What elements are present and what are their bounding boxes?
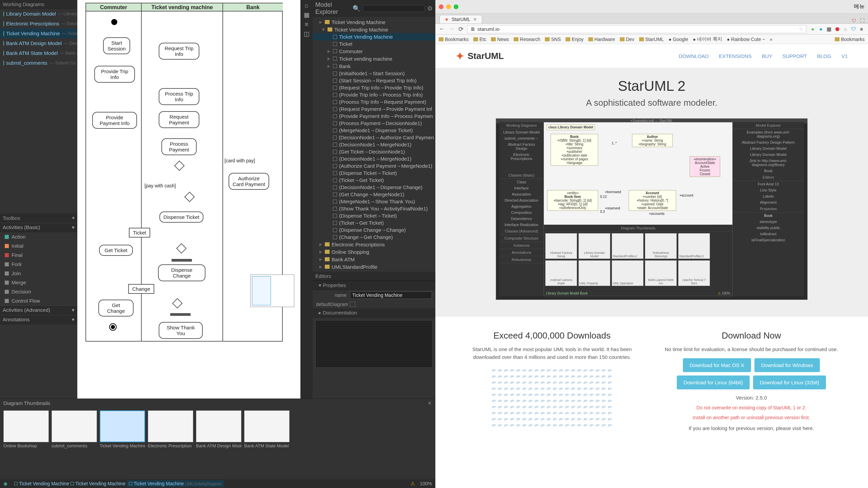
working-diagram-item[interactable]: submit_comments — Submit Co [0, 58, 77, 68]
tree-item[interactable]: (Dispense Ticket→Ticket) [313, 212, 435, 219]
tree-item[interactable]: (MergeNode1→Show Thank You) [313, 198, 435, 205]
tree-item[interactable]: ▸Ticket vending machine [313, 55, 435, 62]
model-tree[interactable]: ▸Ticket Vending Machine▾Ticket Vending M… [313, 17, 435, 272]
model-search-input[interactable] [363, 5, 425, 12]
nav-link[interactable]: BLOG [817, 53, 831, 59]
tree-item[interactable]: (InitialNode1→Start Session) [313, 70, 435, 77]
gear-icon[interactable]: ⚙ [427, 5, 433, 12]
tree-item[interactable]: (DecisionNode1→Dispense Change) [313, 184, 435, 191]
tree-item[interactable]: (Request Trip Info→Provide Trip Info) [313, 84, 435, 91]
reload-button[interactable]: ⟳ [458, 25, 464, 33]
tree-item[interactable]: Ticket [313, 40, 435, 47]
status-tab[interactable]: Ticket Vending Machine UMLActivityDiagra… [127, 480, 224, 487]
working-diagram-item[interactable]: Bank ATM Design Model — Design I [0, 38, 77, 48]
bookmark-item[interactable]: Bookmarks [439, 37, 469, 42]
menu-button[interactable]: 메뉴 [854, 3, 865, 10]
warning-icon[interactable]: ⚠ [411, 481, 415, 486]
documentation-header[interactable]: ▸ Documentation [313, 308, 435, 318]
node-provide-payment[interactable]: Provide Payment Info [92, 112, 137, 129]
toolbox-item[interactable]: Action [0, 232, 77, 241]
fork-bar[interactable] [172, 259, 192, 262]
tree-item[interactable]: (Ticket→Get Ticket) [313, 177, 435, 184]
tree-item[interactable]: (Request Payment→Provide Payment Inf [313, 105, 435, 113]
ext-icon-5[interactable]: ⌂ [842, 26, 848, 32]
tree-item[interactable]: ▸Bank [313, 62, 435, 70]
final-node[interactable] [109, 323, 117, 331]
initial-node[interactable] [111, 19, 117, 25]
tree-item[interactable]: (Dispense Change→Change) [313, 226, 435, 233]
nav-link[interactable]: V1 [842, 53, 848, 59]
tree-item[interactable]: (Start Session→Request Trip Info) [313, 77, 435, 84]
tree-item[interactable]: ▸Bank ATM [313, 256, 435, 263]
tree-item[interactable]: ▸Online Shopping [313, 248, 435, 256]
thumbnail-item[interactable]: Online Bookshop [3, 410, 49, 448]
toolbox-section-header[interactable]: Activities (Advanced)▾ [0, 305, 77, 315]
cursor-icon[interactable]: ⌖ [72, 215, 75, 221]
fullscreen-icon[interactable]: ⛶ [860, 18, 865, 23]
tree-item[interactable]: (Process Payment→DecisionNode1) [313, 120, 435, 127]
ext-icon-2[interactable]: ● [818, 26, 824, 32]
properties-header[interactable]: ▾ Properties [313, 281, 435, 290]
nav-link[interactable]: BUY [762, 53, 772, 59]
bookmark-item[interactable]: News [491, 37, 509, 42]
minimize-window-button[interactable] [446, 4, 451, 9]
toolbox-section-header[interactable]: Annotations▾ [0, 315, 77, 324]
search-icon[interactable]: 🔍 [353, 5, 360, 12]
toolbox-item[interactable]: Decision [0, 287, 77, 296]
tree-item[interactable]: ▸Commuter [313, 47, 435, 55]
node-dispense-ticket[interactable]: Dispense Ticket [159, 211, 203, 223]
thumbnail-item[interactable]: Electronic Prescription [148, 410, 193, 448]
minimap[interactable] [250, 274, 294, 307]
nav-link[interactable]: EXTENSIONS [719, 53, 752, 59]
node-start-session[interactable]: Start Session [103, 37, 130, 54]
obj-change[interactable]: Change [128, 284, 154, 294]
tree-item[interactable]: (DecisionNode1→Authorize Card Paymen [313, 134, 435, 141]
node-get-change[interactable]: Get Change [98, 300, 134, 317]
working-diagram-item[interactable]: Electronic Prescriptions — Electroni [0, 19, 77, 28]
node-get-ticket[interactable]: Get Ticket [99, 245, 133, 256]
diagram-canvas[interactable]: Commuter Ticket vending machine Bank Sta… [77, 0, 300, 399]
node-process-payment[interactable]: Process Payment [161, 138, 197, 155]
bookmark-item[interactable]: Enjoy [566, 37, 584, 42]
tree-item[interactable]: (Change→Get Change) [313, 233, 435, 241]
join-bar[interactable] [170, 313, 191, 316]
toolbox-item[interactable]: Final [0, 250, 77, 260]
thumbnail-item[interactable]: submit_comments [52, 410, 97, 448]
download-button[interactable]: Download for Windows [754, 358, 820, 372]
status-tab[interactable]: Ticket Vending Machine [14, 481, 69, 486]
tree-item[interactable]: (Dispense Ticket→Ticket) [313, 169, 435, 177]
toolbox-item[interactable]: Fork [0, 260, 77, 269]
download-button[interactable]: Download for Mac OS X [683, 358, 751, 372]
tree-item[interactable]: (Show Thank You→ActivityFinalNode1) [313, 205, 435, 212]
tree-item[interactable]: ▸Ticket Vending Machine [313, 18, 435, 26]
ext-icon-6[interactable]: 🛡 [850, 26, 856, 32]
working-diagram-item[interactable]: Bank ATM State Model — Bank ATM [0, 48, 77, 58]
documentation-box[interactable] [315, 320, 433, 368]
node-provide-trip-info[interactable]: Provide Trip Info [94, 66, 135, 83]
tree-item[interactable]: (MergeNode1→Dispense Ticket) [313, 127, 435, 134]
layers-icon[interactable]: ≡ [303, 21, 310, 28]
download-button[interactable]: Download for Linux (32bit) [753, 375, 826, 389]
thumbnail-item[interactable]: Bank ATM State Model [244, 410, 290, 448]
url-input[interactable]: 🗎 staruml.io ☆ [467, 25, 806, 33]
download-button[interactable]: Download for Linux (64bit) [677, 375, 750, 389]
node-authorize-card[interactable]: Authorize Card Payment [229, 173, 269, 190]
grid-icon[interactable]: ▦ [303, 12, 310, 18]
chevron-right-icon[interactable]: » [770, 37, 772, 42]
close-window-button[interactable] [439, 4, 443, 9]
home-icon[interactable]: ⌂ [303, 2, 310, 9]
bookmark-item[interactable]: ●Rainbow Cute ~ [727, 37, 765, 42]
toolbox-item[interactable]: Join [0, 269, 77, 278]
tree-item[interactable]: (DecisionNode1→MergeNode1) [313, 155, 435, 162]
ext-icon-3[interactable]: ▦ [826, 26, 832, 32]
toolbox-item[interactable]: Initial [0, 241, 77, 250]
tree-item[interactable]: (Get Change→MergeNode1) [313, 191, 435, 198]
working-diagram-item[interactable]: Ticket Vending Machine — Ticket Ve [0, 28, 77, 38]
bookmark-item[interactable]: Research [514, 37, 540, 42]
tree-item[interactable]: (Provide Payment Info→Process Paymen [313, 113, 435, 120]
ext-icon-4[interactable]: ⬣ [834, 26, 840, 32]
tree-item[interactable]: (Ticket→Get Ticket) [313, 219, 435, 226]
thumbnail-item[interactable]: Ticket Vending Machine [100, 410, 145, 448]
tree-item[interactable]: ▸UMLStandardProfile [313, 263, 435, 270]
node-show-thanks[interactable]: Show Thank You [159, 322, 203, 339]
